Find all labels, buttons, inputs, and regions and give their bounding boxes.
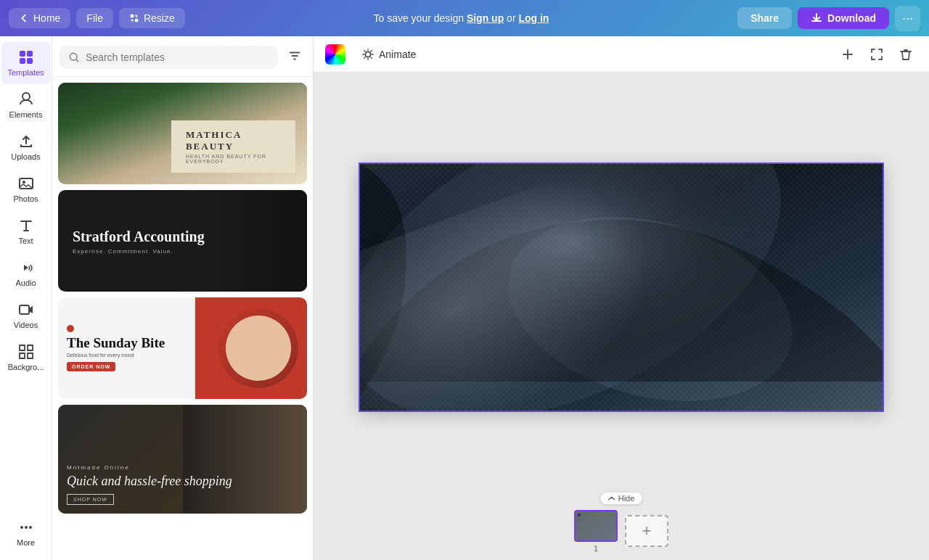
photos-icon [18,176,34,192]
sidebar-item-more-label: More [17,538,35,547]
download-icon [811,12,822,24]
trash-button[interactable] [894,43,917,66]
fit-screen-icon [869,47,884,62]
uploads-icon [18,133,34,149]
svg-point-8 [22,181,25,184]
templates-list: MATHICA BEAUTY HEALTH AND BEAUTY FOR EVE… [52,77,313,560]
canvas-area: Animate [314,36,929,560]
canvas-toolbar-right [836,43,917,66]
accounting-subtitle: Expertise. Commitment. Value. [73,248,205,255]
sidebar-item-audio-label: Audio [15,279,36,287]
templates-icon [18,49,34,65]
backgrounds-icon [18,344,34,360]
page-thumb-inner [576,511,616,540]
top-bar: Home File Resize To save your design Sig… [0,0,929,36]
audio-icon [18,260,34,276]
sidebar-item-uploads-label: Uploads [11,152,40,161]
animate-icon [361,48,375,61]
animate-button[interactable]: Animate [354,44,423,65]
canvas-viewport [314,73,929,502]
search-input[interactable] [86,52,269,63]
fashion-title: Quick and hassle-free shopping [67,474,232,490]
search-bar [52,36,313,77]
canvas-background-image [360,164,883,411]
topbar-left: Home File Resize [9,8,185,28]
resize-label: Resize [144,12,175,24]
canvas-design[interactable] [360,164,883,411]
sidebar-item-videos[interactable]: Videos [1,295,51,337]
sidebar-item-backgrounds[interactable]: Backgro... [1,337,51,379]
page-1-thumbnail[interactable] [574,510,618,542]
fit-to-screen-button[interactable] [865,43,888,66]
svg-rect-9 [20,305,29,314]
sidebar-item-more[interactable]: More [1,512,51,554]
page-1-number: 1 [594,544,598,553]
topbar-center: To save your design Sign up or Log in [373,12,549,24]
search-icon [68,52,80,63]
sidebar-item-videos-label: Videos [14,321,38,329]
signup-link[interactable]: Sign up [467,12,504,24]
beauty-subtitle: HEALTH AND BEAUTY FOR EVERYBODY [186,154,281,164]
food-dot [67,325,74,332]
templates-panel: MATHICA BEAUTY HEALTH AND BEAUTY FOR EVE… [52,36,314,560]
add-page-col: + [625,515,668,547]
share-button[interactable]: Share [737,7,792,29]
svg-point-13 [70,53,77,60]
chevron-left-icon [19,13,29,23]
sidebar-item-templates[interactable]: Templates [1,42,51,84]
food-cta: ORDER NOW [67,362,115,371]
home-label: Home [33,12,60,24]
main-area: Templates Elements Uploads Photos [0,36,929,560]
accounting-title: Stratford Accounting [73,228,205,245]
svg-point-6 [22,93,30,100]
template-card-accounting[interactable]: Stratford Accounting Expertise. Commitme… [58,190,307,292]
sidebar-item-text[interactable]: Text [1,210,51,252]
download-label: Download [827,12,876,24]
color-swatch[interactable] [325,44,345,65]
svg-point-12 [29,526,32,529]
add-icon [840,47,855,62]
canvas-toolbar: Animate [314,36,929,73]
file-label: File [86,12,103,24]
sidebar-item-elements[interactable]: Elements [1,84,51,126]
save-prompt-text: To save your design [373,12,464,24]
food-subtitle: Delicious food for every mood [67,353,211,358]
svg-point-14 [365,52,370,57]
sidebar-item-photos[interactable]: Photos [1,168,51,210]
chevron-up-icon [608,495,615,501]
template-card-beauty[interactable]: MATHICA BEAUTY HEALTH AND BEAUTY FOR EVE… [58,83,307,184]
svg-rect-3 [27,51,33,57]
fashion-cta: SHOP NOW [67,494,114,505]
svg-rect-1 [135,19,138,22]
svg-rect-5 [27,58,33,64]
sidebar-item-backgrounds-label: Backgro... [8,363,44,371]
add-page-button[interactable]: + [625,515,668,547]
canvas-svg [360,164,883,411]
template-card-fashion[interactable]: Mntmade Online Quick and hassle-free sho… [58,405,307,514]
template-card-food[interactable]: The Sunday Bite Delicious food for every… [58,297,307,399]
topbar-right: Share Download ··· [737,6,920,31]
beauty-title: MATHICA BEAUTY [186,129,281,152]
sidebar-item-templates-label: Templates [7,68,44,77]
food-title: The Sunday Bite [67,335,211,351]
sidebar-item-uploads[interactable]: Uploads [1,126,51,168]
sidebar-item-audio[interactable]: Audio [1,252,51,295]
videos-icon [18,302,34,318]
file-button[interactable]: File [76,8,113,28]
sidebar: Templates Elements Uploads Photos [0,36,52,560]
svg-point-10 [20,526,23,529]
filter-button[interactable] [284,45,306,69]
text-icon [18,218,34,234]
resize-icon [129,13,139,23]
trash-icon [899,47,913,62]
hide-pages-button[interactable]: Hide [600,492,643,505]
home-button[interactable]: Home [9,8,70,28]
pages-bar: Hide 1 + [314,502,929,560]
resize-button[interactable]: Resize [119,8,185,28]
more-icon [18,519,34,535]
more-options-button[interactable]: ··· [895,6,920,31]
add-to-design-button[interactable] [836,43,859,66]
svg-rect-4 [20,58,25,64]
download-button[interactable]: Download [798,7,889,29]
login-link[interactable]: Log in [518,12,549,24]
